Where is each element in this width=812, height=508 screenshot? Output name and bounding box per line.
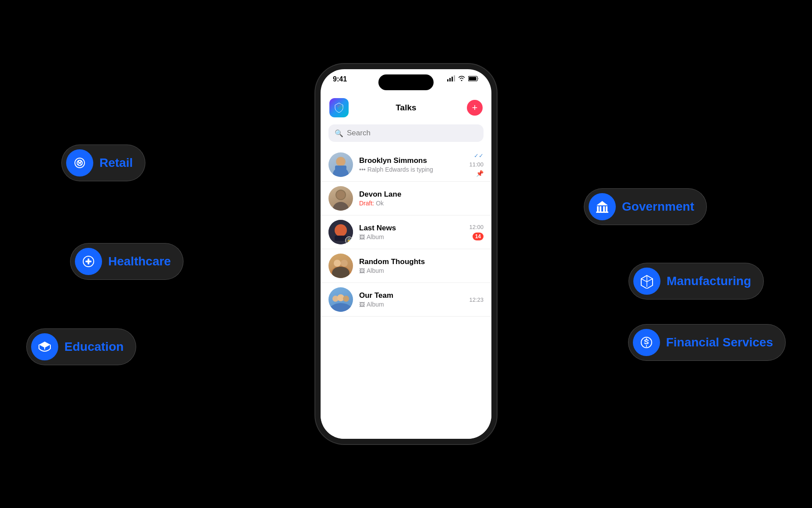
government-icon bbox=[589, 193, 616, 220]
healthcare-label: Healthcare bbox=[108, 254, 171, 268]
chat-item-devon[interactable]: Devon Lane Draft: Ok bbox=[321, 182, 491, 215]
avatar-lastnews: 🔒 bbox=[328, 220, 353, 244]
chat-preview-random: 🖼 Album bbox=[359, 267, 477, 274]
draft-text: Ok bbox=[376, 200, 384, 207]
financial-icon bbox=[633, 329, 660, 356]
svg-rect-14 bbox=[452, 77, 453, 81]
chat-preview-devon: Draft: Ok bbox=[359, 200, 477, 207]
healthcare-icon bbox=[75, 248, 102, 275]
chat-info-devon: Devon Lane Draft: Ok bbox=[359, 190, 477, 207]
search-bar[interactable]: 🔍 bbox=[328, 124, 484, 142]
svg-rect-12 bbox=[447, 79, 448, 81]
search-input[interactable] bbox=[347, 129, 477, 138]
status-icons bbox=[447, 75, 479, 81]
chat-preview-ourteam: 🖼 Album bbox=[359, 301, 463, 308]
svg-rect-15 bbox=[454, 75, 455, 81]
chat-item-brooklyn[interactable]: Brooklyn Simmons ••• Ralph Edwards is ty… bbox=[321, 148, 491, 182]
chat-meta-lastnews: 12:00 14 bbox=[469, 224, 484, 240]
lock-badge: 🔒 bbox=[345, 236, 353, 244]
typing-text: Ralph Edwards is typing bbox=[367, 166, 433, 173]
manufacturing-label: Manufacturing bbox=[667, 274, 751, 288]
chat-time-brooklyn: 11:00 bbox=[469, 161, 484, 168]
dynamic-island bbox=[378, 74, 434, 90]
chat-name-brooklyn: Brooklyn Simmons bbox=[359, 156, 463, 165]
education-icon bbox=[31, 333, 58, 360]
svg-rect-9 bbox=[596, 212, 608, 213]
chat-list: Brooklyn Simmons ••• Ralph Edwards is ty… bbox=[321, 148, 491, 439]
education-label: Education bbox=[64, 340, 124, 354]
app-content: Talks + 🔍 bbox=[321, 93, 491, 439]
svg-point-27 bbox=[335, 224, 347, 236]
manufacturing-icon bbox=[633, 268, 660, 295]
category-pill-healthcare[interactable]: Healthcare bbox=[70, 243, 184, 280]
pin-icon: 📌 bbox=[476, 170, 484, 177]
category-pill-financial[interactable]: Financial Services bbox=[628, 324, 786, 361]
app-title: Talks bbox=[395, 103, 416, 113]
chat-item-random[interactable]: Random Thoughts 🖼 Album bbox=[321, 249, 491, 283]
category-pill-government[interactable]: Government bbox=[584, 188, 707, 225]
chat-time-ourteam: 12:23 bbox=[469, 296, 484, 303]
svg-rect-7 bbox=[603, 206, 605, 212]
chat-info-random: Random Thoughts 🖼 Album bbox=[359, 258, 477, 274]
typing-indicator: ••• bbox=[359, 166, 366, 173]
svg-point-25 bbox=[336, 190, 345, 199]
avatar-random bbox=[328, 254, 353, 278]
read-receipt-icon: ✓✓ bbox=[474, 152, 484, 159]
draft-label: Draft: bbox=[359, 200, 374, 207]
chat-info-lastnews: Last News 🖼 Album bbox=[359, 224, 463, 240]
chat-item-lastnews[interactable]: 🔒 Last News 🖼 Album 12:00 14 bbox=[321, 215, 491, 249]
album-text-lastnews: Album bbox=[367, 233, 384, 240]
svg-point-4 bbox=[43, 343, 46, 346]
chat-name-ourteam: Our Team bbox=[359, 291, 463, 300]
chat-item-ourteam[interactable]: Our Team 🖼 Album 12:23 bbox=[321, 283, 491, 317]
chat-meta-ourteam: 12:23 bbox=[469, 296, 484, 303]
category-pill-education[interactable]: Education bbox=[26, 328, 136, 365]
retail-icon bbox=[66, 149, 93, 176]
svg-rect-13 bbox=[449, 78, 451, 81]
chat-name-lastnews: Last News bbox=[359, 224, 463, 233]
avatar-devon bbox=[328, 186, 353, 211]
album-icon-ourteam: 🖼 bbox=[359, 301, 365, 308]
album-text-random: Album bbox=[367, 267, 384, 274]
svg-marker-10 bbox=[597, 201, 608, 205]
category-pill-retail[interactable]: Retail bbox=[61, 145, 145, 181]
retail-label: Retail bbox=[99, 156, 133, 170]
chat-time-lastnews: 12:00 bbox=[469, 224, 484, 230]
status-time: 9:41 bbox=[333, 75, 347, 83]
avatar-brooklyn bbox=[328, 152, 353, 177]
album-text-ourteam: Album bbox=[367, 301, 384, 308]
svg-point-31 bbox=[341, 260, 348, 267]
search-icon: 🔍 bbox=[335, 129, 343, 138]
svg-point-21 bbox=[337, 158, 345, 166]
svg-point-36 bbox=[343, 296, 349, 302]
svg-rect-8 bbox=[606, 206, 607, 212]
album-icon-random: 🖼 bbox=[359, 268, 365, 274]
chat-preview-lastnews: 🖼 Album bbox=[359, 233, 463, 240]
chat-preview-brooklyn: ••• Ralph Edwards is typing bbox=[359, 166, 463, 173]
chat-meta-brooklyn: ✓✓ 11:00 📌 bbox=[469, 152, 484, 177]
svg-rect-17 bbox=[469, 77, 477, 80]
financial-label: Financial Services bbox=[666, 335, 773, 349]
app-logo bbox=[329, 98, 349, 117]
chat-info-ourteam: Our Team 🖼 Album bbox=[359, 291, 463, 308]
category-pill-manufacturing[interactable]: Manufacturing bbox=[628, 263, 764, 300]
phone-body: 9:41 bbox=[321, 69, 491, 439]
app-header: Talks + bbox=[321, 93, 491, 122]
chat-name-devon: Devon Lane bbox=[359, 190, 477, 199]
battery-icon bbox=[468, 76, 479, 81]
wifi-icon bbox=[458, 76, 465, 81]
avatar-ourteam bbox=[328, 287, 353, 312]
svg-rect-3 bbox=[85, 261, 92, 262]
svg-point-30 bbox=[334, 260, 341, 267]
unread-badge-lastnews: 14 bbox=[473, 233, 484, 240]
chat-name-random: Random Thoughts bbox=[359, 258, 477, 266]
signal-icon bbox=[447, 75, 455, 81]
svg-rect-5 bbox=[597, 206, 599, 212]
svg-point-24 bbox=[333, 202, 349, 211]
svg-rect-22 bbox=[335, 166, 346, 170]
chat-info-brooklyn: Brooklyn Simmons ••• Ralph Edwards is ty… bbox=[359, 156, 463, 173]
add-button[interactable]: + bbox=[467, 100, 483, 116]
svg-point-33 bbox=[328, 303, 353, 312]
phone-mockup: 9:41 bbox=[321, 69, 491, 439]
svg-rect-6 bbox=[600, 206, 601, 212]
